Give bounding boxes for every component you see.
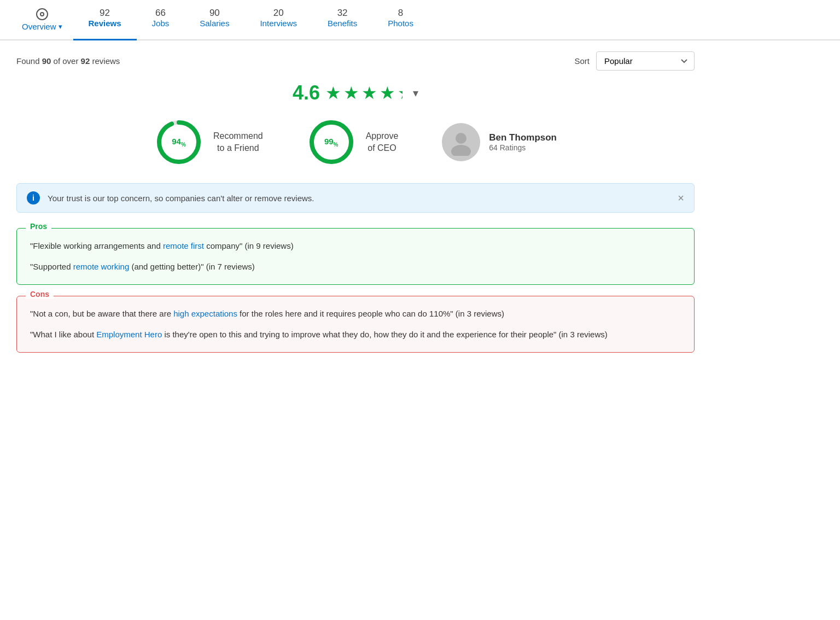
tab-salaries[interactable]: 90 Salaries	[184, 0, 244, 40]
star-5-half: ★	[398, 83, 407, 103]
ceo-avatar	[442, 123, 480, 161]
star-2: ★	[343, 83, 359, 103]
tab-overview-label: Overview ▾	[22, 22, 62, 31]
ceo-section: Ben Thompson 64 Ratings	[442, 123, 557, 161]
cons-link-high-expectations[interactable]: high expectations	[173, 309, 237, 318]
sort-area: Sort Popular Most Recent Highest Rating …	[574, 51, 695, 71]
tab-overview[interactable]: Overview ▾	[11, 0, 73, 40]
rating-chevron[interactable]: ▾	[413, 86, 418, 100]
tab-photos[interactable]: 8 Photos	[372, 0, 429, 40]
tab-salaries-label: Salaries	[200, 19, 229, 28]
tab-salaries-count: 90	[209, 8, 220, 19]
tab-reviews-label: Reviews	[89, 19, 121, 28]
pros-item-2: "Supported remote working (and getting b…	[30, 260, 681, 273]
tab-reviews[interactable]: 92 Reviews	[73, 0, 137, 40]
pros-title: Pros	[26, 222, 51, 231]
cons-title: Cons	[26, 290, 54, 299]
rating-score: 4.6	[293, 81, 320, 104]
metric-recommend: 94% Recommend to a Friend	[154, 118, 263, 167]
tab-interviews[interactable]: 20 Interviews	[244, 0, 312, 40]
tab-benefits-count: 32	[337, 8, 348, 19]
overview-icon	[36, 8, 49, 21]
filter-bar: Found 90 of over 92 reviews Sort Popular…	[16, 51, 695, 71]
ceo-ratings-count: 64 Ratings	[489, 143, 557, 152]
found-text: Found 90 of over 92 reviews	[16, 56, 120, 66]
main-content: Found 90 of over 92 reviews Sort Popular…	[0, 40, 711, 375]
approve-percent: 99%	[324, 137, 339, 148]
cons-link-employment-hero[interactable]: Employment Hero	[96, 330, 162, 339]
pros-item-1: "Flexible working arrangements and remot…	[30, 239, 681, 253]
tab-jobs-label: Jobs	[152, 19, 170, 28]
tab-benefits[interactable]: 32 Benefits	[312, 0, 372, 40]
big-rating: 4.6 ★ ★ ★ ★ ★ ▾	[16, 81, 695, 104]
cons-item-1: "Not a con, but be aware that there are …	[30, 307, 681, 320]
svg-point-0	[37, 9, 48, 20]
banner-close-button[interactable]: ×	[678, 192, 684, 203]
svg-point-7	[451, 145, 471, 156]
tab-photos-label: Photos	[388, 19, 413, 28]
sort-select[interactable]: Popular Most Recent Highest Rating Lowes…	[596, 51, 695, 71]
nav-tabs: Overview ▾ 92 Reviews 66 Jobs 90 Salarie…	[0, 0, 840, 40]
person-icon	[447, 128, 475, 156]
tab-interviews-count: 20	[273, 8, 284, 19]
star-3: ★	[361, 83, 377, 103]
ceo-name: Ben Thompson	[489, 132, 557, 143]
star-1: ★	[325, 83, 341, 103]
star-4: ★	[380, 83, 395, 103]
pros-link-remote-first[interactable]: remote first	[163, 241, 204, 250]
recommend-circle: 94%	[154, 118, 203, 167]
cons-item-2: "What I like about Employment Hero is th…	[30, 328, 681, 341]
approve-label: Approve of CEO	[366, 130, 399, 155]
pros-link-remote-working[interactable]: remote working	[73, 262, 130, 271]
tab-benefits-label: Benefits	[328, 19, 357, 28]
info-banner: i Your trust is our top concern, so comp…	[16, 183, 695, 213]
tab-interviews-label: Interviews	[260, 19, 297, 28]
sort-label: Sort	[574, 56, 590, 66]
ceo-info: Ben Thompson 64 Ratings	[489, 132, 557, 152]
cons-box: Cons "Not a con, but be aware that there…	[16, 296, 695, 353]
tab-jobs[interactable]: 66 Jobs	[137, 0, 185, 40]
info-icon: i	[27, 191, 40, 204]
svg-point-1	[40, 13, 44, 16]
metric-approve: 99% Approve of CEO	[307, 118, 399, 167]
rating-overview: 4.6 ★ ★ ★ ★ ★ ▾	[16, 81, 695, 167]
svg-point-6	[456, 133, 466, 144]
stars: ★ ★ ★ ★ ★	[325, 83, 407, 103]
recommend-label: Recommend to a Friend	[213, 130, 263, 155]
approve-circle: 99%	[307, 118, 356, 167]
banner-text: Your trust is our top concern, so compan…	[48, 194, 670, 203]
metrics-row: 94% Recommend to a Friend 99% Approv	[16, 118, 695, 167]
tab-reviews-count: 92	[100, 8, 110, 19]
pros-box: Pros "Flexible working arrangements and …	[16, 228, 695, 285]
tab-photos-count: 8	[398, 8, 403, 19]
recommend-percent: 94%	[172, 137, 186, 148]
tab-jobs-count: 66	[155, 8, 166, 19]
pros-cons-section: Pros "Flexible working arrangements and …	[16, 228, 695, 353]
